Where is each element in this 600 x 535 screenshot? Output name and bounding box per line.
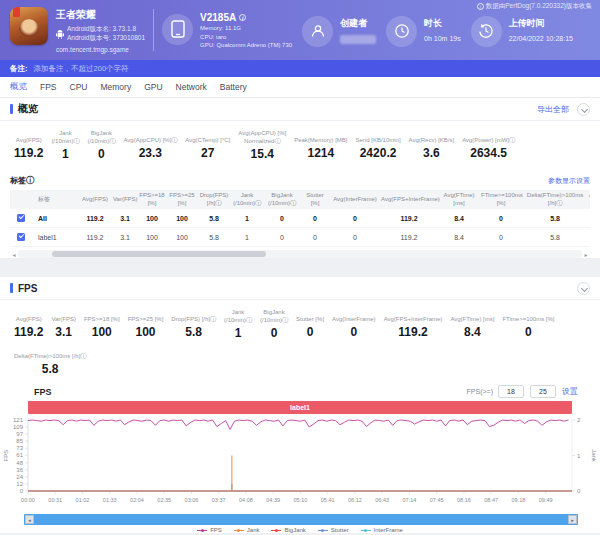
app-name: 王者荣耀 (56, 8, 145, 22)
svg-text:36: 36 (16, 467, 23, 473)
stat-item: Jank (/10min)ⓘ1 (224, 308, 252, 340)
clock-icon (386, 16, 417, 47)
stat-item: Avg(FTime) [ms]8.4 (450, 308, 494, 340)
fps-line-chart[interactable]: 0122436486173859710912101200:0000:3101:0… (0, 415, 600, 509)
labels-table: 标签Avg(FPS)Var(FPS)FPS>=18 [%]FPS>=25 [%]… (10, 190, 590, 247)
fps-threshold-input-2[interactable] (530, 385, 556, 398)
device-gpu: GPU: Qualcomm Adreno (TM) 730 (200, 42, 292, 48)
row-checkbox[interactable] (17, 214, 25, 222)
tab-gpu[interactable]: GPU (144, 82, 162, 92)
svg-text:09:49: 09:49 (539, 497, 553, 503)
svg-text:2: 2 (577, 417, 581, 423)
chart-scroll-right[interactable]: ▸ (568, 515, 577, 524)
legend-stutter[interactable]: Stutter (318, 527, 349, 533)
svg-text:61: 61 (16, 453, 23, 459)
stat-item: Avg(FPS+InterFrame)119.2 (384, 308, 443, 340)
note-prefix: 备注: (10, 64, 28, 73)
stat-item: Send [KB/10min]2420.2 (356, 129, 401, 161)
section-gap (0, 264, 600, 277)
stat-item: Avg(FPS)119.2 (14, 129, 43, 161)
app-icon (10, 7, 48, 45)
label-row-All: All119.23.11001005.81000119.28.405.8 (10, 209, 590, 228)
device-cpu: CPU: taro (200, 34, 292, 40)
label-row-label1: label1119.23.11001005.81000119.28.405.8 (10, 228, 590, 247)
svg-text:05:10: 05:10 (294, 497, 308, 503)
stat-item: Jank (/10min)ⓘ1 (51, 129, 79, 161)
svg-text:05:41: 05:41 (321, 497, 335, 503)
stat-item: Var(FPS)3.1 (51, 308, 76, 340)
scroll-right-arrow[interactable]: ▸ (582, 251, 590, 258)
overview-section: 概览 导出全部 Avg(FPS)119.2Jank (/10min)ⓘ1BigJ… (0, 98, 600, 258)
table-scrollbar-thumb[interactable] (52, 251, 266, 257)
collapse-fps-button[interactable] (577, 282, 590, 295)
collect-version-note: i 数据由PerfDog(7.0.220332)版本收集 (477, 2, 592, 11)
stat-item: Stutter [%]0 (296, 308, 324, 340)
svg-text:97: 97 (16, 431, 23, 437)
creator-name-redacted (340, 35, 376, 44)
fps-stats-row: Avg(FPS)119.2Var(FPS)3.1FPS>=18 [%]100FP… (0, 300, 600, 350)
header-divider (153, 9, 154, 51)
stat-item: FPS>=18 [%]100 (84, 308, 120, 340)
stat-item: Avg(Power) [mW]ⓘ2634.5 (462, 129, 515, 161)
app-version-code: Android版本号: 373010801 (67, 34, 145, 43)
fps-threshold-input-1[interactable] (498, 385, 524, 398)
svg-text:Jank: Jank (591, 450, 597, 464)
chart-scroll-left[interactable]: ◂ (25, 515, 34, 524)
stat-item: FPS>=25 [%]100 (128, 308, 164, 340)
fps-settings-link[interactable]: 设置 (562, 386, 578, 397)
svg-text:85: 85 (16, 438, 23, 444)
device-model: V2185Ai (200, 12, 292, 23)
tab-overview[interactable]: 概览 (10, 81, 27, 93)
svg-text:73: 73 (16, 446, 23, 452)
row-checkbox[interactable] (17, 233, 25, 241)
svg-text:08:47: 08:47 (484, 497, 498, 503)
svg-text:02:35: 02:35 (157, 497, 171, 503)
fps-chart-title: FPS (34, 387, 52, 397)
app-version-name: Android版本名: 3.73.1.8 (67, 25, 145, 34)
device-info-icon[interactable]: i (239, 14, 246, 21)
svg-text:01:33: 01:33 (103, 497, 117, 503)
svg-text:06:12: 06:12 (348, 497, 362, 503)
fps-title: FPS (18, 283, 37, 294)
legend-bigjank[interactable]: BigJank (271, 527, 305, 533)
upload-info: 上传时间 22/04/2022 10:28:15 (471, 14, 573, 47)
legend-interframe[interactable]: InterFrame (361, 527, 403, 533)
tab-memory[interactable]: Memory (100, 82, 131, 92)
svg-text:04:08: 04:08 (239, 497, 253, 503)
svg-text:00:31: 00:31 (48, 497, 62, 503)
collect-note-text: 数据由PerfDog(7.0.220332)版本收集 (486, 2, 592, 11)
app-info: 王者荣耀 Android版本名: 3.73.1.8 Android版本号: 37… (10, 7, 145, 53)
svg-text:FPS: FPS (3, 450, 9, 462)
labels-title: 标签ⓘ (10, 175, 34, 186)
svg-text:24: 24 (16, 474, 23, 480)
svg-text:03:06: 03:06 (185, 497, 199, 503)
param-display-settings-link[interactable]: 参数显示设置 (548, 176, 590, 186)
scroll-left-arrow[interactable]: ◂ (10, 251, 18, 258)
stat-item: Drop(FPS) [/h]ⓘ5.8 (171, 308, 216, 340)
stat-item: Avg(AppCPU) [%] Normalizedⓘ15.4 (238, 129, 286, 161)
tab-battery[interactable]: Battery (220, 82, 247, 92)
stat-item: Delta(FTime)>100ms [/h]ⓘ5.8 (14, 345, 86, 376)
export-all-link[interactable]: 导出全部 (537, 104, 569, 115)
collapse-overview-button[interactable] (577, 103, 590, 116)
note-placeholder: 添加备注，不超过200个字符 (34, 64, 129, 73)
svg-text:03:37: 03:37 (212, 497, 226, 503)
chart-scrollbar[interactable]: ◂ ▸ (24, 514, 578, 525)
legend-fps[interactable]: FPS (197, 527, 222, 533)
svg-text:12: 12 (16, 481, 23, 487)
svg-text:06:43: 06:43 (375, 497, 389, 503)
tab-network[interactable]: Network (176, 82, 207, 92)
tab-fps[interactable]: FPS (40, 82, 57, 92)
note-bar[interactable]: 备注: 添加备注，不超过200个字符 (0, 60, 600, 77)
legend-jank[interactable]: Jank (234, 527, 260, 533)
svg-text:0: 0 (20, 488, 24, 494)
upload-time-icon (471, 16, 502, 47)
stat-item: Avg(InterFrame)0 (332, 308, 376, 340)
stat-item: Peak(Memory) [MB]1214 (294, 129, 347, 161)
table-scrollbar[interactable]: ◂ ▸ (10, 250, 590, 258)
stat-item: BigJank (/10min)ⓘ0 (87, 129, 115, 161)
duration-value: 0h 10m 19s (424, 35, 461, 42)
overview-title: 概览 (18, 102, 38, 116)
tab-cpu[interactable]: CPU (70, 82, 88, 92)
creator-info: 创建者 (302, 14, 376, 47)
